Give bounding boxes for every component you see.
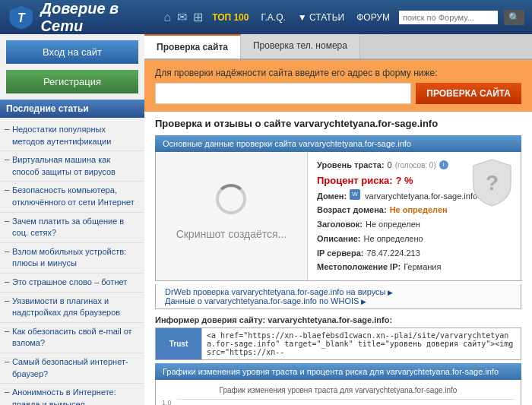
whois-link[interactable]: Данные о varvarychtetyana.for-sage.info … — [165, 296, 511, 305]
sidebar-article-item: Анонимность в Интернете: правда и вымысе… — [0, 384, 144, 405]
login-button[interactable]: Вход на сайт — [6, 40, 138, 64]
trust-votes: (голосов: 0) — [395, 159, 436, 172]
domain-label: Домен: — [317, 189, 347, 204]
location-label: Местоположение IP: — [317, 260, 401, 274]
sidebar-articles: Недостатки популярных методов аутентифик… — [0, 118, 144, 405]
graph-title: График изменения уровня траста для varva… — [162, 386, 515, 394]
sidebar-article-link[interactable]: Уязвимости в плагинах и надстройках для … — [12, 296, 120, 318]
sidebar-article-link[interactable]: Виртуальная машина как способ защиты от … — [12, 155, 116, 176]
informer-logo: Trust — [156, 328, 201, 359]
percent-label: Процент риска: — [317, 172, 393, 189]
site-title: Доверие в Сети — [41, 0, 164, 35]
desc-label: Описание: — [317, 232, 361, 246]
check-input[interactable] — [155, 83, 411, 104]
trust-text: Trust — [169, 340, 188, 348]
svg-text:?: ? — [486, 171, 499, 195]
sidebar-article-link[interactable]: Зачем платить за общение в соц. сетях? — [12, 217, 124, 238]
informer-header: Информер доверия сайту: varvarychtetyana… — [155, 315, 521, 324]
ip-value: 78.47.224.213 — [366, 246, 420, 261]
logo-area: T Доверие в Сети — [8, 0, 163, 35]
header: T Доверие в Сети ⌂ ✉ ⊞ ТОП 100 Г.А.Q. ▼ … — [0, 0, 532, 34]
search-input[interactable] — [399, 11, 498, 24]
age-label: Возраст домена: — [317, 203, 387, 217]
tab-check-site[interactable]: Проверка сайта — [144, 34, 241, 59]
sidebar-article-item: Взлом мобильных устройств: плюсы и минус… — [0, 243, 144, 274]
svg-text:T: T — [17, 11, 26, 24]
check-area: Для проверки надёжности сайта введите ег… — [144, 60, 532, 112]
sidebar-article-item: Это страшное слово – ботнет — [0, 274, 144, 293]
location-value: Германия — [404, 260, 441, 274]
spinner — [216, 184, 246, 214]
sidebar-article-link[interactable]: Безопасность компьютера, отключённого от… — [12, 185, 135, 207]
age-value: Не определен — [390, 203, 448, 217]
sidebar-article-link[interactable]: Как обезопасить свой e-mail от взлома? — [12, 327, 132, 348]
sidebar-article-link[interactable]: Взлом мобильных устройств: плюсы и минус… — [12, 247, 126, 268]
site-info-header: Проверка и отзывы о сайте varvarychtetya… — [144, 112, 532, 135]
screenshot-text: Скриншот создаётся... — [169, 220, 295, 248]
faq-link[interactable]: Г.А.Q. — [258, 11, 288, 24]
check-form: ПРОВЕРКА САЙТА — [155, 83, 521, 104]
title-label: Заголовок: — [317, 217, 363, 232]
register-button[interactable]: Регистрация — [6, 70, 138, 93]
screenshot-area: Скриншот создаётся... — [156, 152, 308, 280]
main-data-body: Скриншот создаётся... ? Уровень траста: … — [155, 152, 521, 281]
informer-section: Информер доверия сайту: varvarychtetyana… — [155, 315, 521, 360]
sidebar-article-item: Безопасность компьютера, отключённого от… — [0, 182, 144, 212]
sidebar-article-item: Виртуальная машина как способ защиты от … — [0, 151, 144, 182]
main-layout: Вход на сайт Регистрация Последние стать… — [0, 34, 532, 405]
grid-icon[interactable]: ⊞ — [193, 10, 203, 24]
trust-level-value: 0 — [388, 158, 392, 172]
graph-svg — [177, 399, 515, 405]
check-label: Для проверки надёжности сайта введите ег… — [155, 68, 521, 78]
percent-value: ? % — [396, 172, 413, 189]
informer-box: Trust <a href="https://xn--blaefebsd1cwa… — [155, 327, 521, 360]
search-button[interactable]: 🔍 — [504, 10, 524, 25]
site-details: ? Уровень траста: 0 (голосов: 0) i Проце… — [308, 152, 521, 280]
desc-value: Не определено — [364, 232, 423, 246]
info-icon[interactable]: i — [439, 160, 448, 169]
location-row: Местоположение IP: Германия — [317, 260, 511, 274]
mail-icon[interactable]: ✉ — [177, 10, 187, 24]
informer-code[interactable]: <a href="https://xn--blaefebsd1cwacn.xn-… — [201, 328, 521, 359]
links-area: DrWeb проверка varvarychtetyana.for-sage… — [155, 284, 521, 309]
nav-area: ⌂ ✉ ⊞ ТОП 100 Г.А.Q. ▼ СТАТЬИ ФОРУМ 🔍 — [163, 10, 524, 25]
forum-link[interactable]: ФОРУМ — [353, 11, 393, 24]
check-button[interactable]: ПРОВЕРКА САЙТА — [416, 83, 521, 104]
tabs: Проверка сайта Проверка тел. номера — [144, 34, 532, 60]
sidebar-article-item: Уязвимости в плагинах и надстройках для … — [0, 293, 144, 323]
tab-check-phone[interactable]: Проверка тел. номера — [241, 34, 360, 59]
sidebar-article-link[interactable]: Анонимность в Интернете: правда и вымысе… — [12, 388, 116, 405]
articles-link[interactable]: ▼ СТАТЬИ — [295, 11, 347, 24]
title-row: Заголовок: Не определен — [317, 217, 511, 232]
content: Проверка сайта Проверка тел. номера Для … — [144, 34, 532, 405]
ip-label: IP сервера: — [317, 246, 363, 261]
sidebar-article-link[interactable]: Недостатки популярных методов аутентифик… — [12, 125, 111, 146]
graph-header: Графики изменения уровня траста и процен… — [155, 363, 521, 380]
logo-icon: T — [8, 4, 35, 31]
top100-link[interactable]: ТОП 100 — [209, 11, 252, 24]
recent-articles-title: Последние статьи — [0, 100, 144, 118]
graph-body: График изменения уровня траста для varva… — [155, 380, 521, 405]
sidebar-article-item: Как обезопасить свой e-mail от взлома? — [0, 323, 144, 353]
trust-level-label: Уровень траста: — [317, 158, 385, 172]
title-value: Не определен — [366, 217, 420, 232]
y-label-top: 1.0 — [162, 399, 172, 405]
sidebar-article-item: Самый безопасный интернет-браузер? — [0, 353, 144, 384]
main-data-header: Основные данные проверки сайта varvarych… — [155, 135, 521, 152]
drweb-link[interactable]: DrWeb проверка varvarychtetyana.for-sage… — [165, 287, 511, 296]
domain-icon: W — [350, 189, 360, 200]
graph-section: Графики изменения уровня траста и процен… — [155, 363, 521, 405]
ip-row: IP сервера: 78.47.224.213 — [317, 246, 511, 261]
graph-canvas: 1.0 0.5 0.0 — [162, 399, 515, 405]
trust-shield-icon: ? — [471, 158, 513, 207]
sidebar: Вход на сайт Регистрация Последние стать… — [0, 34, 144, 405]
home-icon[interactable]: ⌂ — [163, 11, 171, 24]
domain-value: varvarychtetyana.for-sage.info — [365, 189, 477, 204]
desc-row: Описание: Не определено — [317, 232, 511, 246]
sidebar-article-link[interactable]: Это страшное слово – ботнет — [12, 277, 127, 286]
sidebar-article-item: Зачем платить за общение в соц. сетях? — [0, 213, 144, 243]
sidebar-article-item: Недостатки популярных методов аутентифик… — [0, 121, 144, 151]
sidebar-article-link[interactable]: Самый безопасный интернет-браузер? — [12, 357, 128, 378]
